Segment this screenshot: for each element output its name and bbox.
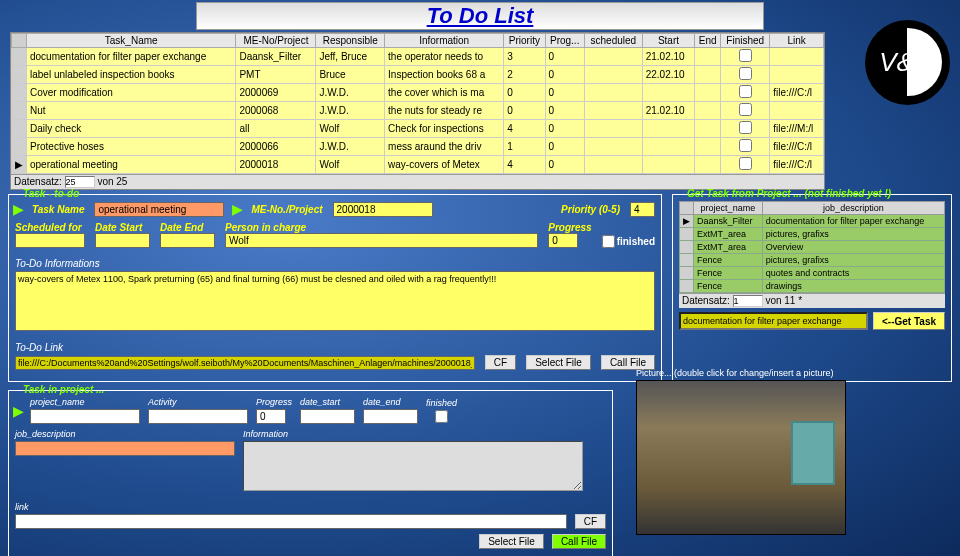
col-header[interactable]: scheduled xyxy=(584,34,642,48)
col-header[interactable]: Finished xyxy=(721,34,770,48)
get-task-nav: Datensatz: von 11 * xyxy=(679,293,945,308)
table-row[interactable]: Nut2000068J.W.D.the nuts for steady re00… xyxy=(12,102,824,120)
table-row[interactable]: Protective hoses2000066J.W.D.mess araund… xyxy=(12,138,824,156)
tip-date-end-input[interactable] xyxy=(363,409,418,424)
task-todo-legend: Task - to-do xyxy=(19,188,83,199)
cf-button[interactable]: CF xyxy=(485,355,516,370)
col-header[interactable]: project_name xyxy=(694,202,763,215)
tip-call-file-button[interactable]: Call File xyxy=(552,534,606,549)
picture-panel: Picture... (double click for change/inse… xyxy=(636,368,946,535)
todo-info-textarea[interactable] xyxy=(15,271,655,331)
col-header[interactable]: job_description xyxy=(762,202,944,215)
table-row[interactable]: Fencepictures, grafixs xyxy=(680,254,945,267)
vm-logo: V&M xyxy=(865,20,950,105)
col-header[interactable]: ME-No/Project xyxy=(236,34,316,48)
table-row[interactable]: Fencedrawings xyxy=(680,280,945,293)
finished-checkbox[interactable] xyxy=(602,235,615,248)
arrow-icon: ▶ xyxy=(232,201,243,217)
table-row[interactable]: Fencequotes and contracts xyxy=(680,267,945,280)
me-no-input[interactable] xyxy=(333,202,433,217)
get-task-legend: Get Task from Project ... (not finished … xyxy=(683,188,895,199)
table-row[interactable]: Cover modification2000069J.W.D.the cover… xyxy=(12,84,824,102)
col-header[interactable]: Task_Name xyxy=(27,34,236,48)
table-row[interactable]: ExtMT_areaOverview xyxy=(680,241,945,254)
page-title: To Do List xyxy=(196,2,765,30)
col-header[interactable]: Priority xyxy=(504,34,545,48)
col-header[interactable]: Link xyxy=(770,34,824,48)
tip-link-input[interactable] xyxy=(15,514,567,529)
tip-progress-input[interactable] xyxy=(256,409,286,424)
col-header[interactable]: Prog... xyxy=(545,34,584,48)
tip-finished-checkbox[interactable] xyxy=(426,410,457,423)
get-task-table: project_namejob_description ▶Daansk_Filt… xyxy=(679,201,945,293)
scheduled-input[interactable] xyxy=(15,233,85,248)
picture-label: Picture... (double click for change/inse… xyxy=(636,368,946,378)
get-task-selected[interactable] xyxy=(679,312,868,330)
date-start-input[interactable] xyxy=(95,233,150,248)
main-table-nav: Datensatz: von 25 xyxy=(11,174,824,189)
tip-info-textarea[interactable] xyxy=(243,441,583,491)
select-file-button[interactable]: Select File xyxy=(526,355,591,370)
table-row[interactable]: ▶Daansk_Filterdocumentation for filter p… xyxy=(680,215,945,228)
todo-link-input[interactable] xyxy=(15,356,475,370)
table-row[interactable]: ExtMT_areapictures, grafixs xyxy=(680,228,945,241)
tip-job-desc-input[interactable] xyxy=(15,441,235,456)
tip-date-start-input[interactable] xyxy=(300,409,355,424)
progress-input[interactable] xyxy=(548,233,578,248)
table-row[interactable]: Daily checkallWolfCheck for inspections4… xyxy=(12,120,824,138)
get-task-button[interactable]: <--Get Task xyxy=(873,312,945,330)
arrow-icon: ▶ xyxy=(13,403,24,419)
gt-nav-input[interactable] xyxy=(733,295,763,307)
tip-cf-button[interactable]: CF xyxy=(575,514,606,529)
title-bar: To Do List xyxy=(0,0,960,32)
col-header[interactable]: End xyxy=(695,34,721,48)
person-input[interactable] xyxy=(225,233,538,248)
col-header[interactable]: Start xyxy=(642,34,695,48)
arrow-icon: ▶ xyxy=(13,201,24,217)
date-end-input[interactable] xyxy=(160,233,215,248)
col-header[interactable]: Responsible xyxy=(316,34,385,48)
task-name-input[interactable] xyxy=(94,202,224,217)
col-header[interactable]: Information xyxy=(385,34,504,48)
table-row[interactable]: documentation for filter paper exchangeD… xyxy=(12,48,824,66)
picture-box[interactable] xyxy=(636,380,846,535)
tip-activity-input[interactable] xyxy=(148,409,248,424)
tip-project-input[interactable] xyxy=(30,409,140,424)
table-row[interactable]: label unlabeled inspection booksPMTBruce… xyxy=(12,66,824,84)
tip-select-file-button[interactable]: Select File xyxy=(479,534,544,549)
priority-input[interactable] xyxy=(630,202,655,217)
table-row[interactable]: ▶operational meeting2000018Wolfway-cover… xyxy=(12,156,824,174)
nav-record-input[interactable] xyxy=(65,176,95,188)
task-in-project-legend: Task in project ... xyxy=(19,384,108,395)
main-task-table: Task_NameME-No/ProjectResponsibleInforma… xyxy=(10,32,825,190)
